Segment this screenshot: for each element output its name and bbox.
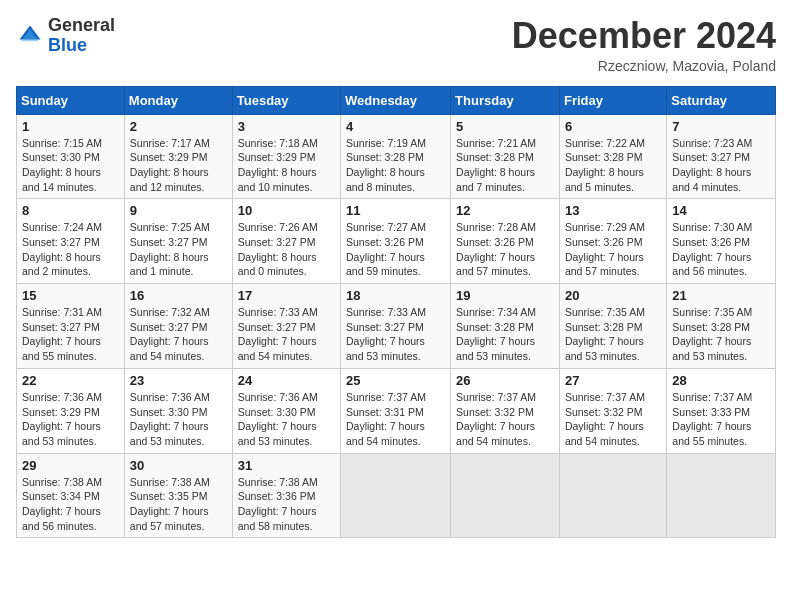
day-number: 25: [346, 373, 445, 388]
calendar-cell: 12Sunrise: 7:28 AMSunset: 3:26 PMDayligh…: [451, 199, 560, 284]
calendar-cell: 1Sunrise: 7:15 AMSunset: 3:30 PMDaylight…: [17, 114, 125, 199]
day-number: 4: [346, 119, 445, 134]
day-detail: Sunrise: 7:37 AMSunset: 3:32 PMDaylight:…: [456, 390, 554, 449]
day-detail: Sunrise: 7:32 AMSunset: 3:27 PMDaylight:…: [130, 305, 227, 364]
day-detail: Sunrise: 7:31 AMSunset: 3:27 PMDaylight:…: [22, 305, 119, 364]
day-number: 18: [346, 288, 445, 303]
day-number: 12: [456, 203, 554, 218]
logo-general: General: [48, 15, 115, 35]
day-number: 8: [22, 203, 119, 218]
day-detail: Sunrise: 7:36 AMSunset: 3:30 PMDaylight:…: [238, 390, 335, 449]
day-number: 10: [238, 203, 335, 218]
day-number: 24: [238, 373, 335, 388]
day-number: 16: [130, 288, 227, 303]
week-row-5: 29Sunrise: 7:38 AMSunset: 3:34 PMDayligh…: [17, 453, 776, 538]
day-detail: Sunrise: 7:15 AMSunset: 3:30 PMDaylight:…: [22, 136, 119, 195]
day-detail: Sunrise: 7:27 AMSunset: 3:26 PMDaylight:…: [346, 220, 445, 279]
week-row-3: 15Sunrise: 7:31 AMSunset: 3:27 PMDayligh…: [17, 284, 776, 369]
day-number: 23: [130, 373, 227, 388]
location: Rzeczniow, Mazovia, Poland: [512, 58, 776, 74]
day-number: 29: [22, 458, 119, 473]
day-number: 19: [456, 288, 554, 303]
logo-text: General Blue: [48, 16, 115, 56]
day-number: 26: [456, 373, 554, 388]
day-detail: Sunrise: 7:36 AMSunset: 3:30 PMDaylight:…: [130, 390, 227, 449]
day-detail: Sunrise: 7:34 AMSunset: 3:28 PMDaylight:…: [456, 305, 554, 364]
column-header-friday: Friday: [559, 86, 666, 114]
day-detail: Sunrise: 7:26 AMSunset: 3:27 PMDaylight:…: [238, 220, 335, 279]
day-number: 9: [130, 203, 227, 218]
day-detail: Sunrise: 7:30 AMSunset: 3:26 PMDaylight:…: [672, 220, 770, 279]
calendar-cell: 20Sunrise: 7:35 AMSunset: 3:28 PMDayligh…: [559, 284, 666, 369]
day-detail: Sunrise: 7:25 AMSunset: 3:27 PMDaylight:…: [130, 220, 227, 279]
day-detail: Sunrise: 7:33 AMSunset: 3:27 PMDaylight:…: [238, 305, 335, 364]
day-detail: Sunrise: 7:22 AMSunset: 3:28 PMDaylight:…: [565, 136, 661, 195]
calendar-cell: 27Sunrise: 7:37 AMSunset: 3:32 PMDayligh…: [559, 368, 666, 453]
calendar-cell: 22Sunrise: 7:36 AMSunset: 3:29 PMDayligh…: [17, 368, 125, 453]
calendar-cell: 2Sunrise: 7:17 AMSunset: 3:29 PMDaylight…: [124, 114, 232, 199]
calendar-cell: 19Sunrise: 7:34 AMSunset: 3:28 PMDayligh…: [451, 284, 560, 369]
calendar-cell: 29Sunrise: 7:38 AMSunset: 3:34 PMDayligh…: [17, 453, 125, 538]
calendar-table: SundayMondayTuesdayWednesdayThursdayFrid…: [16, 86, 776, 539]
calendar-cell: 10Sunrise: 7:26 AMSunset: 3:27 PMDayligh…: [232, 199, 340, 284]
day-number: 5: [456, 119, 554, 134]
day-number: 21: [672, 288, 770, 303]
day-number: 13: [565, 203, 661, 218]
week-row-2: 8Sunrise: 7:24 AMSunset: 3:27 PMDaylight…: [17, 199, 776, 284]
calendar-cell: [667, 453, 776, 538]
calendar-cell: 14Sunrise: 7:30 AMSunset: 3:26 PMDayligh…: [667, 199, 776, 284]
calendar-cell: [451, 453, 560, 538]
day-number: 7: [672, 119, 770, 134]
calendar-cell: 5Sunrise: 7:21 AMSunset: 3:28 PMDaylight…: [451, 114, 560, 199]
day-number: 28: [672, 373, 770, 388]
day-number: 20: [565, 288, 661, 303]
day-detail: Sunrise: 7:38 AMSunset: 3:35 PMDaylight:…: [130, 475, 227, 534]
calendar-cell: 15Sunrise: 7:31 AMSunset: 3:27 PMDayligh…: [17, 284, 125, 369]
week-row-4: 22Sunrise: 7:36 AMSunset: 3:29 PMDayligh…: [17, 368, 776, 453]
month-title: December 2024: [512, 16, 776, 56]
day-detail: Sunrise: 7:29 AMSunset: 3:26 PMDaylight:…: [565, 220, 661, 279]
calendar-cell: 4Sunrise: 7:19 AMSunset: 3:28 PMDaylight…: [341, 114, 451, 199]
calendar-cell: 3Sunrise: 7:18 AMSunset: 3:29 PMDaylight…: [232, 114, 340, 199]
calendar-cell: 13Sunrise: 7:29 AMSunset: 3:26 PMDayligh…: [559, 199, 666, 284]
day-detail: Sunrise: 7:19 AMSunset: 3:28 PMDaylight:…: [346, 136, 445, 195]
day-detail: Sunrise: 7:38 AMSunset: 3:34 PMDaylight:…: [22, 475, 119, 534]
calendar-cell: 31Sunrise: 7:38 AMSunset: 3:36 PMDayligh…: [232, 453, 340, 538]
logo-icon: [16, 22, 44, 50]
column-header-monday: Monday: [124, 86, 232, 114]
day-number: 17: [238, 288, 335, 303]
calendar-cell: 11Sunrise: 7:27 AMSunset: 3:26 PMDayligh…: [341, 199, 451, 284]
day-detail: Sunrise: 7:23 AMSunset: 3:27 PMDaylight:…: [672, 136, 770, 195]
day-detail: Sunrise: 7:28 AMSunset: 3:26 PMDaylight:…: [456, 220, 554, 279]
column-header-wednesday: Wednesday: [341, 86, 451, 114]
page-header: General Blue December 2024 Rzeczniow, Ma…: [16, 16, 776, 74]
logo: General Blue: [16, 16, 115, 56]
day-detail: Sunrise: 7:18 AMSunset: 3:29 PMDaylight:…: [238, 136, 335, 195]
day-detail: Sunrise: 7:33 AMSunset: 3:27 PMDaylight:…: [346, 305, 445, 364]
calendar-cell: 26Sunrise: 7:37 AMSunset: 3:32 PMDayligh…: [451, 368, 560, 453]
calendar-cell: 17Sunrise: 7:33 AMSunset: 3:27 PMDayligh…: [232, 284, 340, 369]
calendar-cell: 8Sunrise: 7:24 AMSunset: 3:27 PMDaylight…: [17, 199, 125, 284]
calendar-cell: 18Sunrise: 7:33 AMSunset: 3:27 PMDayligh…: [341, 284, 451, 369]
day-number: 15: [22, 288, 119, 303]
calendar-cell: 6Sunrise: 7:22 AMSunset: 3:28 PMDaylight…: [559, 114, 666, 199]
calendar-cell: 9Sunrise: 7:25 AMSunset: 3:27 PMDaylight…: [124, 199, 232, 284]
calendar-cell: [341, 453, 451, 538]
day-detail: Sunrise: 7:35 AMSunset: 3:28 PMDaylight:…: [672, 305, 770, 364]
calendar-cell: 16Sunrise: 7:32 AMSunset: 3:27 PMDayligh…: [124, 284, 232, 369]
day-number: 31: [238, 458, 335, 473]
calendar-cell: 28Sunrise: 7:37 AMSunset: 3:33 PMDayligh…: [667, 368, 776, 453]
day-number: 2: [130, 119, 227, 134]
day-detail: Sunrise: 7:21 AMSunset: 3:28 PMDaylight:…: [456, 136, 554, 195]
day-detail: Sunrise: 7:38 AMSunset: 3:36 PMDaylight:…: [238, 475, 335, 534]
calendar-header-row: SundayMondayTuesdayWednesdayThursdayFrid…: [17, 86, 776, 114]
day-detail: Sunrise: 7:36 AMSunset: 3:29 PMDaylight:…: [22, 390, 119, 449]
column-header-thursday: Thursday: [451, 86, 560, 114]
day-number: 11: [346, 203, 445, 218]
logo-blue: Blue: [48, 35, 87, 55]
day-detail: Sunrise: 7:24 AMSunset: 3:27 PMDaylight:…: [22, 220, 119, 279]
day-detail: Sunrise: 7:17 AMSunset: 3:29 PMDaylight:…: [130, 136, 227, 195]
day-detail: Sunrise: 7:37 AMSunset: 3:32 PMDaylight:…: [565, 390, 661, 449]
column-header-sunday: Sunday: [17, 86, 125, 114]
calendar-cell: 25Sunrise: 7:37 AMSunset: 3:31 PMDayligh…: [341, 368, 451, 453]
